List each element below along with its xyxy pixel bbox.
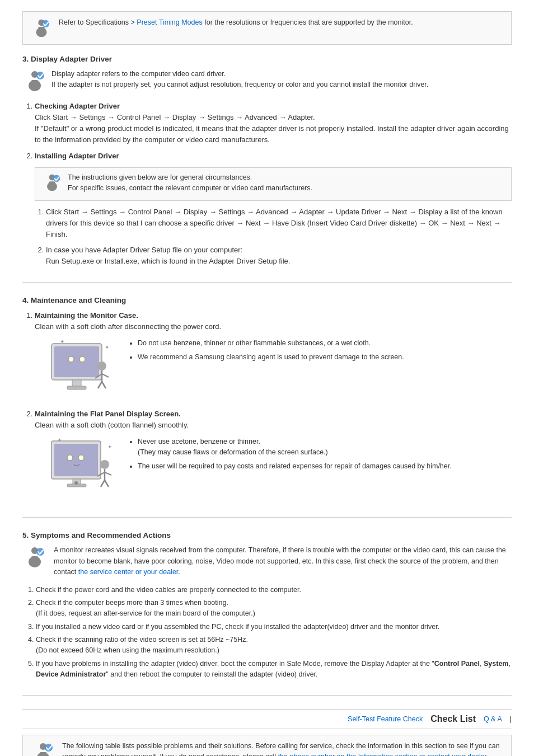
- phone-number-link[interactable]: the phone number on the Information sect…: [278, 753, 486, 756]
- cleaning-section-1: ✦ ✦ Do not use benzene, thinner or other…: [46, 338, 512, 403]
- cleaning-section-2: ✦ ✦ Never use acetone, benzene or thinne…: [46, 436, 512, 501]
- self-test-link[interactable]: Self-Test Feature Check: [348, 715, 423, 723]
- section-5-title: 5. Symptoms and Recommended Actions: [22, 531, 512, 539]
- svg-text:✦: ✦: [105, 344, 109, 350]
- svg-text:✦: ✦: [60, 339, 64, 345]
- svg-rect-43: [31, 556, 38, 565]
- svg-line-23: [102, 382, 106, 388]
- note-text: The instructions given below are for gen…: [68, 172, 312, 194]
- top-note-text: Refer to Specifications > Preset Timing …: [59, 17, 413, 28]
- svg-rect-2: [38, 27, 44, 34]
- svg-text:✦: ✦: [107, 444, 112, 450]
- checklist: Check if the power cord and the video ca…: [36, 585, 512, 680]
- svg-line-22: [98, 382, 102, 388]
- cleaning-point-2: We recommend a Samsung cleansing agent i…: [138, 352, 512, 363]
- section-3-header: Display adapter refers to the computer v…: [22, 69, 512, 95]
- svg-rect-6: [31, 80, 38, 89]
- monitor-image-2: ✦ ✦: [46, 436, 119, 501]
- section-5: 5. Symptoms and Recommended Actions A mo…: [22, 531, 512, 695]
- symptoms-intro: A monitor recreates visual signals recei…: [54, 545, 512, 577]
- check-item-2: Check if the computer beeps more than 3 …: [36, 598, 512, 619]
- preset-timing-link[interactable]: Preset Timing Modes: [137, 18, 202, 26]
- check-item-3: If you installed a new video card or if …: [36, 622, 512, 632]
- svg-point-30: [67, 455, 73, 461]
- svg-rect-47: [40, 752, 46, 756]
- section-3-list: Checking Adapter Driver Click Start → Se…: [35, 101, 512, 267]
- svg-point-18: [97, 361, 106, 370]
- svg-point-16: [68, 356, 74, 362]
- bottom-info-icon: [31, 741, 55, 756]
- svg-line-38: [105, 480, 109, 487]
- svg-rect-13: [54, 346, 99, 377]
- section-3-intro: Display adapter refers to the computer v…: [51, 69, 428, 91]
- section-4: 4. Maintenance and Cleaning Maintaining …: [22, 296, 512, 518]
- flat-panel-point-2: The user will be required to pay costs a…: [138, 461, 512, 472]
- top-note-box: Refer to Specifications > Preset Timing …: [22, 11, 512, 45]
- nav-bar: Self-Test Feature Check Check List Q & A…: [22, 709, 512, 729]
- sub-item-2: In case you have Adapter Driver Setup fi…: [46, 245, 512, 267]
- installing-note-box: The instructions given below are for gen…: [35, 167, 512, 201]
- svg-point-31: [78, 455, 84, 461]
- page-container: Refer to Specifications > Preset Timing …: [0, 0, 534, 756]
- section-3-item-1: Checking Adapter Driver Click Start → Se…: [35, 101, 512, 146]
- svg-point-33: [100, 460, 109, 469]
- section-4-title: 4. Maintenance and Cleaning: [22, 296, 512, 304]
- check-item-5: If you have problems in installing the a…: [36, 659, 512, 680]
- svg-rect-10: [49, 181, 55, 189]
- section-3-title: 3. Display Adapter Driver: [22, 55, 512, 63]
- qa-link[interactable]: Q & A: [484, 715, 502, 723]
- section-4-item-1: Maintaining the Monitor Case. Clean with…: [35, 310, 512, 403]
- sub-item-1: Click Start → Settings → Control Panel →…: [46, 206, 512, 240]
- cleaning-points-1: Do not use benzene, thinner or other fla…: [128, 338, 512, 366]
- check-item-4: Check if the scanning ratio of the video…: [36, 635, 512, 656]
- monitor-image-1: ✦ ✦: [46, 338, 119, 403]
- section-4-list: Maintaining the Monitor Case. Clean with…: [35, 310, 512, 502]
- info-icon: [31, 17, 52, 39]
- check-list-tab[interactable]: Check List: [430, 714, 476, 724]
- symptoms-icon: [22, 545, 47, 571]
- bottom-info-box: The following table lists possible probl…: [22, 735, 512, 756]
- section-3-item-2: Installing Adapter Driver The instructio…: [35, 151, 512, 267]
- svg-text:✦: ✦: [57, 437, 62, 443]
- svg-point-17: [79, 356, 85, 362]
- svg-point-32: [74, 481, 78, 485]
- note-icon: [42, 172, 62, 196]
- cleaning-point-1: Do not use benzene, thinner or other fla…: [138, 338, 512, 349]
- sub-list: Click Start → Settings → Control Panel →…: [46, 206, 512, 267]
- check-item-1: Check if the power cord and the video ca…: [36, 585, 512, 595]
- cleaning-points-2: Never use acetone, benzene or thinner.(T…: [128, 436, 512, 475]
- flat-panel-point-1: Never use acetone, benzene or thinner.(T…: [138, 436, 512, 458]
- svg-rect-27: [54, 444, 98, 476]
- section-4-item-2: Maintaining the Flat Panel Display Scree…: [35, 408, 512, 501]
- svg-line-21: [102, 374, 109, 377]
- section-3-icon: [22, 69, 45, 95]
- symptoms-header: A monitor recreates visual signals recei…: [22, 545, 512, 577]
- bottom-info-text: The following table lists possible probl…: [62, 741, 503, 756]
- service-center-link[interactable]: the service center or your dealer: [78, 568, 179, 576]
- svg-line-36: [105, 472, 111, 475]
- svg-rect-15: [67, 386, 86, 389]
- section-3: 3. Display Adapter Driver Display adapte…: [22, 55, 512, 283]
- svg-rect-14: [72, 380, 81, 387]
- svg-line-37: [101, 480, 105, 487]
